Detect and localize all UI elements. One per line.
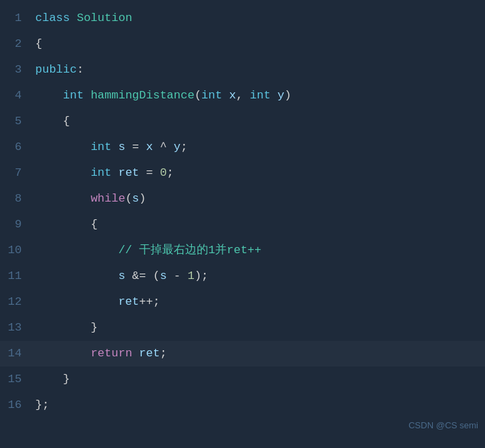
code-token: { — [63, 115, 70, 128]
code-token: ret — [139, 347, 160, 360]
code-line: 4 int hammingDistance(int x, int y) — [0, 83, 485, 109]
code-token: int — [201, 89, 222, 102]
code-token — [132, 347, 139, 360]
code-token: - — [167, 269, 188, 282]
code-line: 2{ — [0, 31, 485, 57]
code-token — [35, 141, 91, 153]
code-token: class — [35, 12, 77, 24]
line-number: 10 — [0, 238, 33, 263]
code-line: 11 s &= (s - 1); — [0, 263, 485, 289]
code-token: = — [125, 141, 147, 153]
code-token — [35, 295, 118, 308]
code-token — [35, 166, 91, 179]
code-token: y — [277, 89, 284, 102]
code-token: ; — [160, 347, 167, 360]
code-token: { — [35, 37, 42, 50]
code-line: 14 return ret; — [0, 341, 485, 367]
line-content: // 干掉最右边的1并ret++ — [33, 238, 485, 263]
line-number: 4 — [0, 83, 33, 109]
code-token: s — [160, 269, 167, 282]
line-content: ret++; — [33, 289, 485, 315]
code-token: hammingDistance — [91, 89, 195, 102]
line-content: { — [33, 31, 485, 57]
line-content: s &= (s - 1); — [33, 263, 485, 289]
code-token: ; — [180, 141, 187, 153]
line-number: 8 — [0, 186, 33, 212]
line-content: { — [33, 109, 485, 134]
line-number: 3 — [0, 57, 33, 83]
code-line: 5 { — [0, 109, 485, 134]
code-editor: 1class Solution2{3public:4 int hammingDi… — [0, 0, 485, 434]
line-number: 5 — [0, 109, 33, 134]
line-number: 2 — [0, 31, 33, 57]
line-number: 13 — [0, 315, 33, 341]
code-token — [35, 347, 91, 360]
code-line: 10 // 干掉最右边的1并ret++ — [0, 238, 485, 263]
code-token: } — [35, 398, 42, 411]
code-token — [35, 192, 91, 205]
code-line: 1class Solution — [0, 5, 485, 31]
line-number: 16 — [0, 392, 33, 418]
code-token — [35, 218, 91, 231]
code-line: 3public: — [0, 57, 485, 83]
code-token: while — [91, 192, 125, 205]
code-token — [83, 89, 90, 102]
code-token: s — [118, 141, 125, 153]
code-token: y — [174, 141, 180, 153]
code-token: int — [250, 89, 271, 102]
code-token: ret — [118, 295, 139, 308]
watermark: CSDN @CS semi — [408, 420, 478, 430]
code-token — [35, 244, 118, 257]
code-token — [111, 141, 118, 153]
code-line: 7 int ret = 0; — [0, 160, 485, 186]
line-number: 11 — [0, 263, 33, 289]
line-number: 15 — [0, 367, 33, 392]
code-line: 9 { — [0, 212, 485, 238]
code-token — [35, 321, 91, 334]
code-token: } — [63, 373, 70, 386]
code-line: 13 } — [0, 315, 485, 341]
code-line: 6 int s = x ^ y; — [0, 134, 485, 160]
code-token: ^ — [153, 141, 174, 153]
line-content: public: — [33, 57, 485, 83]
code-token: { — [91, 218, 98, 231]
line-content: while(s) — [33, 186, 485, 212]
code-token — [222, 89, 229, 102]
code-token: : — [77, 63, 83, 76]
line-content: { — [33, 212, 485, 238]
line-content: int s = x ^ y; — [33, 134, 485, 160]
code-token: ( — [195, 89, 201, 102]
code-token: public — [35, 63, 77, 76]
line-content: }; — [33, 392, 485, 418]
line-content: int ret = 0; — [33, 160, 485, 186]
code-token: } — [91, 321, 98, 334]
code-token — [35, 373, 63, 386]
line-number: 6 — [0, 134, 33, 160]
line-content: class Solution — [33, 5, 485, 31]
line-number: 14 — [0, 341, 33, 367]
code-token: 1 — [187, 269, 194, 282]
line-content: int hammingDistance(int x, int y) — [33, 83, 485, 109]
code-token: 0 — [160, 166, 167, 179]
code-token: , — [236, 89, 250, 102]
line-content: } — [33, 315, 485, 341]
code-token: = — [139, 166, 160, 179]
code-line: 16}; — [0, 392, 485, 418]
code-token: int — [91, 141, 112, 153]
code-line: 12 ret++; — [0, 289, 485, 315]
code-token: x — [146, 141, 153, 153]
code-token — [35, 269, 118, 282]
code-token: s — [118, 269, 125, 282]
code-token: ); — [195, 269, 208, 282]
line-content: } — [33, 367, 485, 392]
line-number: 1 — [0, 5, 33, 31]
code-token — [35, 89, 63, 102]
code-token: ) — [139, 192, 146, 205]
code-token: Solution — [77, 12, 132, 24]
code-token: x — [229, 89, 236, 102]
code-token — [35, 115, 63, 128]
code-token: ; — [167, 166, 174, 179]
code-token — [111, 166, 118, 179]
code-token: ; — [42, 398, 49, 411]
code-token: // 干掉最右边的1并ret++ — [118, 244, 261, 257]
